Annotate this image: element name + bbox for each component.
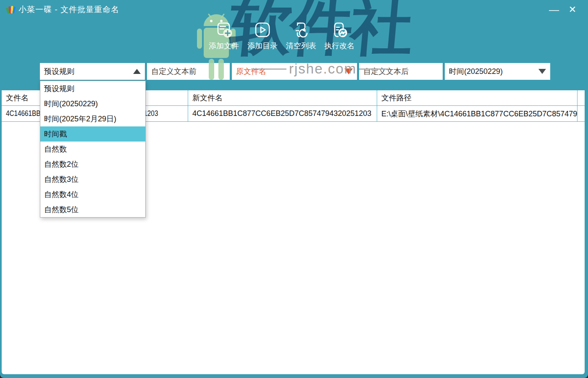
add-folder-icon bbox=[253, 20, 272, 39]
close-button[interactable]: ✕ bbox=[563, 0, 582, 19]
preset-rule-select[interactable]: 预设规则 bbox=[40, 63, 145, 80]
chevron-down-icon bbox=[538, 69, 546, 74]
add-files-button[interactable]: 添加文件 bbox=[206, 20, 242, 55]
clear-list-icon bbox=[291, 20, 311, 39]
toolbar-button-label: 执行改名 bbox=[324, 41, 354, 51]
toolbar-button-label: 添加目录 bbox=[247, 41, 278, 51]
dropdown-item[interactable]: 时间(2025年2月29日) bbox=[40, 111, 145, 126]
column-header-new-filename[interactable]: 新文件名 bbox=[188, 90, 377, 105]
custom-text-after-input[interactable] bbox=[359, 63, 443, 80]
dropdown-item-selected[interactable]: 时间戳 bbox=[40, 126, 145, 142]
dropdown-item[interactable]: 预设规则 bbox=[40, 81, 145, 96]
window-title: 小菜一碟 - 文件批量重命名 bbox=[18, 4, 119, 15]
dropdown-item[interactable]: 自然数 bbox=[40, 142, 145, 157]
toolbar-button-label: 清空列表 bbox=[286, 41, 316, 51]
preset-rule-dropdown-menu: 预设规则 时间(20250229) 时间(2025年2月29日) 时间戳 自然数… bbox=[40, 81, 146, 218]
app-logo-icon bbox=[5, 4, 16, 15]
preset-rule-value: 预设规则 bbox=[44, 66, 74, 76]
dropdown-item[interactable]: 自然数2位 bbox=[40, 157, 145, 172]
time-format-select[interactable]: 时间(20250229) bbox=[445, 63, 550, 80]
custom-text-after-field bbox=[359, 63, 443, 80]
custom-text-before-input[interactable] bbox=[147, 63, 230, 80]
scrollbar-gutter[interactable] bbox=[578, 90, 583, 105]
clear-list-button[interactable]: 清空列表 bbox=[284, 20, 319, 55]
column-header-filepath[interactable]: 文件路径 bbox=[377, 90, 578, 105]
time-format-value: 时间(20250229) bbox=[449, 66, 503, 76]
add-file-icon bbox=[214, 20, 234, 39]
dropdown-item[interactable]: 自然数4位 bbox=[40, 187, 145, 202]
cell-new-filename: 4C14661BB1C877CC6EB25D7C8574794320251203 bbox=[188, 106, 377, 121]
execute-rename-icon bbox=[330, 20, 349, 39]
original-filename-label: 原文件名 bbox=[236, 66, 266, 76]
app-window: 小菜一碟 - 文件批量重命名 — ✕ 软件社 rjshe.com bbox=[0, 0, 588, 378]
add-folder-button[interactable]: 添加目录 bbox=[245, 20, 280, 55]
custom-text-before-field bbox=[147, 63, 230, 80]
titlebar: 小菜一碟 - 文件批量重命名 — ✕ bbox=[0, 0, 588, 19]
cell-filepath: E:\桌面\壁纸素材\4C14661BB1C877CC6EB25D7C85747… bbox=[377, 106, 578, 121]
dropdown-item[interactable]: 自然数3位 bbox=[40, 172, 145, 187]
execute-rename-button[interactable]: 执行改名 bbox=[322, 20, 357, 55]
scrollbar-gutter[interactable] bbox=[578, 106, 583, 121]
dropdown-item[interactable]: 时间(20250229) bbox=[40, 96, 145, 111]
original-filename-token[interactable]: 原文件名 bbox=[232, 63, 357, 80]
dropdown-item[interactable]: 自然数5位 bbox=[40, 202, 145, 217]
chevron-up-icon bbox=[133, 69, 141, 74]
toolbar-button-label: 添加文件 bbox=[209, 41, 239, 51]
chevron-down-accent-icon bbox=[344, 68, 353, 74]
minimize-button[interactable]: — bbox=[545, 0, 563, 19]
